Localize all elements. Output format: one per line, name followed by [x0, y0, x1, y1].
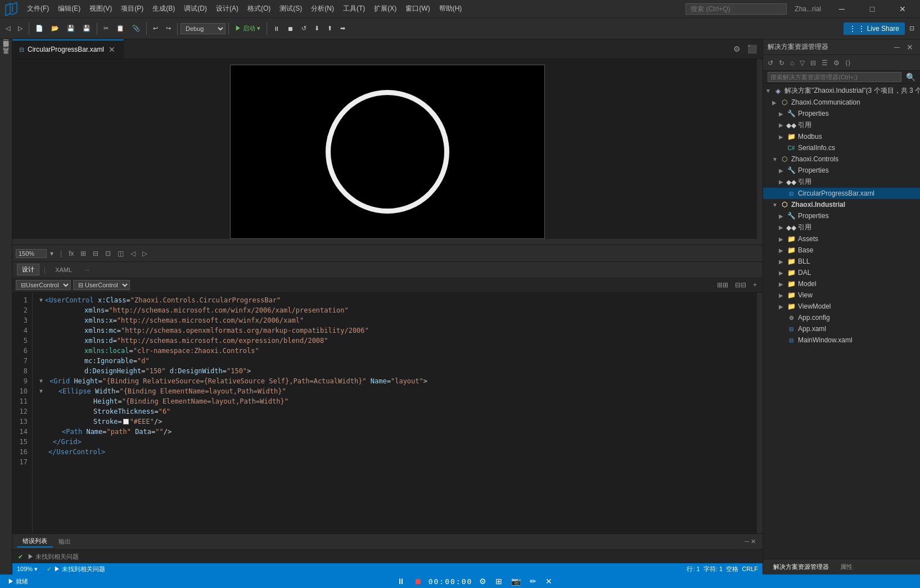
tree-expand-model[interactable]: ▶: [779, 281, 787, 287]
tree-expand-dal[interactable]: ▶: [779, 270, 787, 276]
menu-extensions[interactable]: 扩展(X): [369, 2, 401, 16]
tree-ind-props[interactable]: ▶ 🔧 Properties: [763, 210, 920, 221]
pause-button[interactable]: ⏸: [395, 577, 407, 586]
snap2-btn[interactable]: ◫: [115, 248, 126, 259]
properties-bottom-tab[interactable]: 属性: [835, 562, 858, 572]
tree-ind-base[interactable]: ▶ 📁 Base: [763, 245, 920, 256]
menu-window[interactable]: 窗口(W): [401, 2, 434, 16]
tree-expand-solution[interactable]: ▼: [765, 88, 773, 94]
save-button[interactable]: 💾: [64, 22, 78, 34]
tree-expand-controls[interactable]: ▼: [772, 156, 780, 162]
tree-ctrl-ref[interactable]: ▶ ◆◆ 引用: [763, 176, 920, 188]
se-view-button[interactable]: ☰: [819, 58, 830, 68]
zoom-percent[interactable]: 109% ▾: [17, 566, 38, 573]
se-refresh-button[interactable]: ↻: [777, 58, 787, 68]
toolbar-extra3[interactable]: ↺: [298, 22, 310, 34]
panel-close-button[interactable]: ✕: [904, 42, 916, 53]
forward-button[interactable]: ▷: [15, 22, 26, 34]
close-button[interactable]: ✕: [890, 0, 916, 18]
tree-ind-model[interactable]: ▶ 📁 Model: [763, 278, 920, 290]
xaml-toggle-button[interactable]: XAML: [50, 265, 77, 275]
tree-expand-comm[interactable]: ▶: [772, 99, 780, 106]
tab-close-button[interactable]: ✕: [107, 45, 116, 54]
tree-ctrl-properties[interactable]: ▶ 🔧 Properties: [763, 165, 920, 176]
snap-btn[interactable]: ⊡: [103, 248, 113, 259]
new-file-button[interactable]: 📄: [32, 22, 47, 34]
sidebar-team-explorer[interactable]: 团队资源管理器: [1, 42, 11, 48]
minimize-button[interactable]: ─: [829, 0, 855, 18]
tree-expand-ind-props[interactable]: ▶: [779, 213, 787, 219]
solution-explorer-bottom-tab[interactable]: 解决方案资源管理器: [768, 562, 835, 572]
tree-ind-ref[interactable]: ▶ ◆◆ 引用: [763, 221, 920, 233]
pen-status-icon[interactable]: ✏: [527, 577, 539, 586]
user-account[interactable]: Zha...rial: [791, 5, 824, 13]
tree-cpb-xaml[interactable]: ⊟ CircularProgressBar.xaml: [763, 188, 920, 199]
start-button[interactable]: ▶ 启动 ▾: [232, 22, 264, 35]
tree-comm-properties[interactable]: ▶ 🔧 Properties: [763, 108, 920, 119]
bottom-panel-close[interactable]: ─ ✕: [742, 538, 758, 545]
tree-industrial[interactable]: ▼ ⬡ Zhaoxi.Industrial: [763, 199, 920, 210]
menu-test[interactable]: 测试(S): [275, 2, 306, 16]
toolbar-extra1[interactable]: ⏸: [270, 23, 283, 34]
tree-ind-viewmodel[interactable]: ▶ 📁 ViewModel: [763, 301, 920, 312]
menu-edit[interactable]: 编辑(E): [53, 2, 85, 16]
tree-ind-bll[interactable]: ▶ 📁 BLL: [763, 256, 920, 267]
tree-mainwindow[interactable]: ⊟ MainWindow.xaml: [763, 334, 920, 346]
design-toggle-button[interactable]: 设计: [17, 264, 39, 275]
menu-tools[interactable]: 工具(T): [339, 2, 369, 16]
tree-expand-assets[interactable]: ▶: [779, 236, 787, 242]
add-code-button[interactable]: +: [751, 280, 759, 290]
menu-build[interactable]: 生成(B): [148, 2, 179, 16]
se-settings-button[interactable]: ⚙: [831, 58, 842, 68]
se-home-button[interactable]: ⌂: [788, 58, 796, 68]
paste-button[interactable]: 📎: [129, 22, 143, 34]
design-scrollbar-horizontal[interactable]: [12, 239, 757, 245]
prev-btn[interactable]: ◁: [128, 248, 138, 259]
expand-all-button[interactable]: ⊞⊞: [715, 280, 730, 290]
copy-button[interactable]: 📋: [113, 22, 128, 34]
camera-status-icon[interactable]: 📷: [509, 577, 523, 586]
tree-expand-ctrl-ref[interactable]: ▶: [779, 179, 787, 185]
menu-analyze[interactable]: 分析(N): [306, 2, 339, 16]
stop-button[interactable]: ⏹: [412, 577, 424, 586]
tree-expand-industrial[interactable]: ▼: [772, 202, 780, 208]
tree-ind-assets[interactable]: ▶ 📁 Assets: [763, 233, 920, 245]
back-button[interactable]: ◁: [2, 22, 13, 34]
toolbar-extra6[interactable]: ➡: [337, 22, 349, 34]
menu-project[interactable]: 项目(P): [116, 2, 148, 16]
tree-expand-ind-ref[interactable]: ▶: [779, 224, 787, 230]
close-status-icon[interactable]: ✕: [543, 577, 554, 586]
code-scrollbar-vertical[interactable]: [757, 293, 763, 533]
grid-view2-btn[interactable]: ⊟: [91, 248, 101, 259]
toolbar-extra2[interactable]: ⏹: [284, 23, 297, 34]
layout-status-icon[interactable]: ⊞: [493, 577, 504, 586]
next-design-btn[interactable]: ▷: [140, 248, 150, 259]
breadcrumb-left-select[interactable]: ⊟UserControl: [16, 280, 71, 290]
save-all-button[interactable]: 💾: [79, 22, 94, 34]
settings-status-icon[interactable]: ⚙: [477, 577, 489, 586]
code-editor-lines[interactable]: ▼ <UserControl x:Class="Zhaoxi.Controls.…: [33, 293, 757, 533]
tree-serial[interactable]: C# SerialInfo.cs: [763, 142, 920, 153]
collapse-all-button[interactable]: ⊟⊟: [733, 280, 748, 290]
maximize-button[interactable]: □: [859, 0, 885, 18]
tree-expand-comm-props[interactable]: ▶: [779, 111, 787, 117]
tree-expand-comm-ref[interactable]: ▶: [779, 122, 787, 128]
design-scrollbar-vertical[interactable]: [757, 59, 763, 245]
sidebar-toolbox[interactable]: 工具箱: [1, 55, 11, 62]
se-search-icon[interactable]: 🔍: [904, 73, 918, 82]
menu-design[interactable]: 设计(A): [211, 2, 243, 16]
editor-tab-cpb[interactable]: ⊟ CircularProgressBar.xaml ✕: [12, 39, 124, 58]
fold-btn-10[interactable]: ▼: [39, 386, 43, 396]
toolbar-extra5[interactable]: ⬆: [324, 22, 336, 34]
se-sync-button[interactable]: ↺: [765, 58, 775, 68]
menu-file[interactable]: 文件(F): [22, 2, 53, 16]
menu-view[interactable]: 视图(V): [85, 2, 116, 16]
se-preview-button[interactable]: ⟨⟩: [843, 58, 853, 68]
fold-btn-1[interactable]: ▼: [39, 295, 43, 305]
cut-button[interactable]: ✂: [100, 22, 112, 34]
menu-format[interactable]: 格式(O): [243, 2, 275, 16]
fold-btn-9[interactable]: ▼: [39, 376, 43, 386]
redo-button[interactable]: ↪: [163, 22, 174, 34]
solution-explorer-search[interactable]: [768, 72, 901, 82]
tree-expand-modbus[interactable]: ▶: [779, 134, 787, 140]
